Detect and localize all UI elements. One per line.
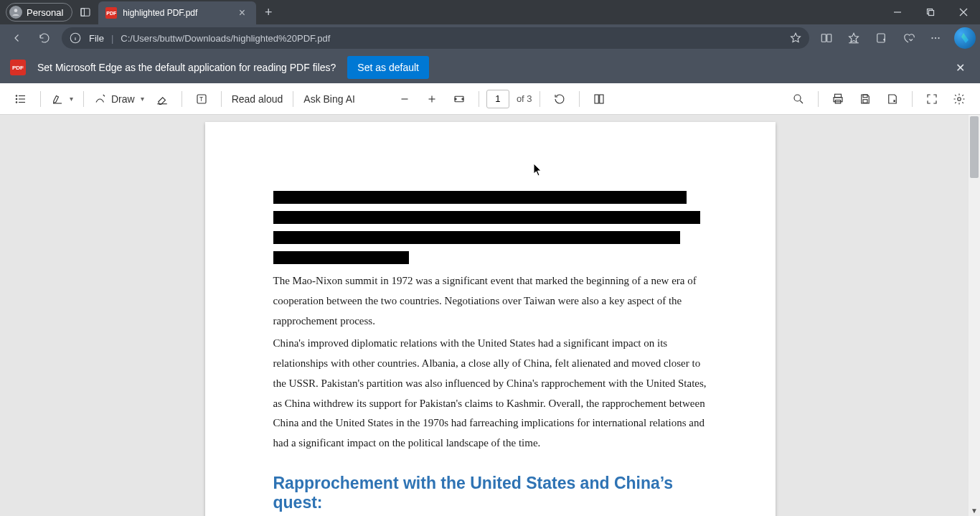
draw-button[interactable]: Draw▾	[91, 87, 147, 111]
print-button[interactable]	[826, 87, 850, 111]
bing-chat-button[interactable]	[954, 27, 976, 49]
pdf-page: The Mao-Nixon summit in 1972 was a signi…	[205, 122, 776, 516]
page-number-input[interactable]	[486, 90, 509, 108]
scroll-down-arrow-icon[interactable]: ▼	[969, 505, 980, 516]
svg-rect-1	[81, 9, 90, 17]
back-button[interactable]	[4, 27, 30, 50]
collections-button[interactable]	[868, 27, 894, 50]
svg-rect-35	[599, 95, 603, 103]
find-button[interactable]	[786, 87, 811, 111]
svg-point-17	[931, 37, 933, 39]
add-text-button[interactable]: T	[189, 87, 214, 111]
svg-rect-12	[827, 34, 831, 42]
svg-text:T: T	[199, 96, 203, 103]
page-total-label: of 3	[517, 93, 532, 104]
ask-bing-ai-button[interactable]: Ask Bing AI	[301, 87, 358, 111]
set-default-pdf-banner: PDF Set Microsoft Edge as the default ap…	[0, 52, 980, 83]
window-titlebar: Personal PDF highlighted PDF.pdf × +	[0, 0, 980, 24]
pdf-settings-button[interactable]	[947, 87, 971, 111]
fullscreen-button[interactable]	[920, 87, 944, 111]
svg-point-23	[16, 95, 17, 96]
address-bar: File | C:/Users/buttw/Downloads/highligh…	[0, 24, 980, 52]
redacted-line	[273, 211, 700, 224]
browser-essentials-button[interactable]	[895, 27, 921, 50]
minimize-button[interactable]	[881, 0, 914, 24]
pdf-file-icon: PDF	[105, 7, 117, 19]
read-aloud-button[interactable]: Read aloud	[229, 87, 286, 111]
svg-point-18	[935, 37, 936, 39]
close-window-button[interactable]	[947, 0, 980, 24]
save-as-button[interactable]	[880, 87, 905, 111]
pdf-viewport[interactable]: The Mao-Nixon summit in 1972 was a signi…	[0, 115, 980, 516]
settings-menu-button[interactable]	[923, 27, 948, 50]
page-view-button[interactable]	[587, 87, 611, 111]
pdf-toolbar: ▾ Draw▾ T Read aloud Ask Bing AI of 3	[0, 83, 980, 115]
body-paragraph: China's improved diplomatic relations wi…	[273, 334, 707, 454]
redacted-line	[273, 191, 687, 204]
svg-rect-14	[877, 34, 885, 42]
banner-close-button[interactable]: ✕	[950, 61, 970, 75]
section-heading: Rapprochement with the United States and…	[273, 474, 707, 512]
contents-button[interactable]	[9, 87, 33, 111]
site-info-icon	[69, 32, 82, 44]
redacted-line	[273, 231, 680, 244]
redacted-line	[273, 251, 409, 264]
workspaces-button[interactable]	[72, 0, 98, 24]
url-path: C:/Users/buttw/Downloads/highlighted%20P…	[121, 33, 330, 44]
url-scheme: File	[89, 33, 104, 44]
highlight-button[interactable]: ▾	[48, 87, 76, 111]
tab-title: highlighted PDF.pdf	[123, 8, 229, 18]
svg-rect-11	[821, 34, 826, 42]
scrollbar-thumb[interactable]	[970, 116, 979, 178]
svg-point-24	[16, 98, 17, 100]
svg-point-25	[16, 101, 17, 103]
svg-line-37	[800, 100, 803, 103]
body-paragraph: The Mao-Nixon summit in 1972 was a signi…	[273, 271, 707, 331]
browser-tab[interactable]: PDF highlighted PDF.pdf ×	[98, 1, 256, 24]
refresh-button[interactable]	[32, 27, 57, 50]
svg-point-43	[958, 97, 961, 100]
svg-rect-38	[835, 94, 842, 98]
url-input[interactable]: File | C:/Users/buttw/Downloads/highligh…	[62, 27, 809, 49]
tab-close-button[interactable]: ×	[235, 6, 249, 19]
erase-button[interactable]	[150, 87, 174, 111]
scrollbar-track[interactable]: ▲ ▼	[969, 115, 980, 516]
svg-rect-5	[929, 11, 934, 16]
banner-message: Set Microsoft Edge as the default applic…	[37, 62, 336, 73]
maximize-button[interactable]	[914, 0, 947, 24]
svg-rect-34	[595, 95, 598, 103]
split-screen-button[interactable]	[814, 27, 839, 50]
zoom-out-button[interactable]	[392, 87, 417, 111]
svg-rect-2	[81, 9, 85, 17]
svg-point-0	[14, 9, 18, 12]
profile-label: Personal	[27, 7, 63, 18]
svg-rect-42	[863, 99, 867, 103]
new-tab-button[interactable]: +	[256, 5, 281, 20]
zoom-in-button[interactable]	[420, 87, 444, 111]
rotate-button[interactable]	[547, 87, 572, 111]
set-as-default-button[interactable]: Set as default	[347, 56, 429, 79]
svg-rect-41	[863, 95, 867, 98]
svg-point-36	[794, 95, 801, 101]
save-button[interactable]	[853, 87, 877, 111]
pdf-app-icon: PDF	[10, 60, 26, 75]
favorite-star-icon[interactable]	[789, 32, 802, 44]
svg-point-19	[938, 37, 939, 39]
profile-button[interactable]: Personal	[6, 3, 72, 22]
favorites-button[interactable]	[841, 27, 867, 50]
fit-width-button[interactable]	[447, 87, 471, 111]
avatar-icon	[9, 6, 22, 19]
